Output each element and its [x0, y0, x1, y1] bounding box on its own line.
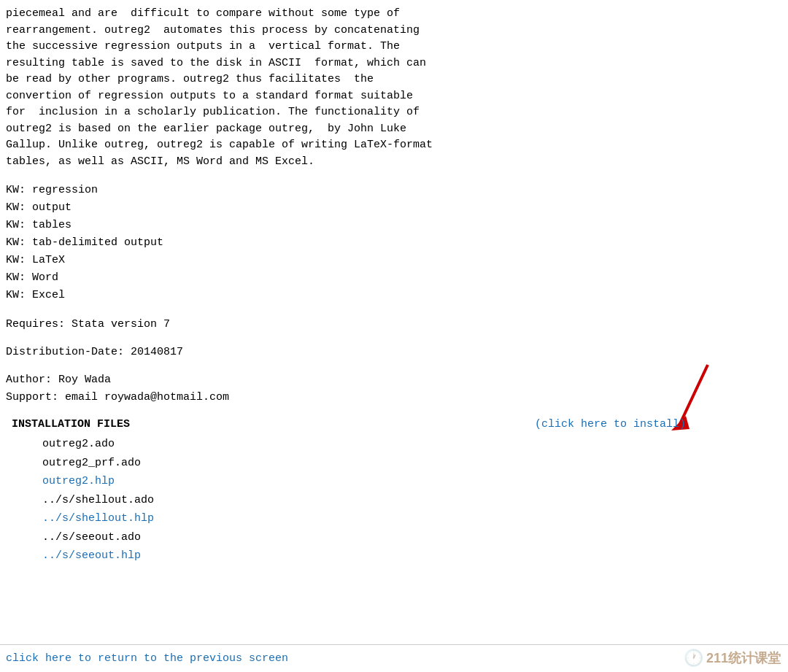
kw-regression: KW: regression: [6, 182, 744, 199]
watermark-text: 211统计课堂: [706, 649, 781, 667]
installation-file-item: outreg2_prf.ado: [42, 454, 744, 473]
kw-excel: KW: Excel: [6, 287, 744, 304]
installation-section: INSTALLATION FILES (click here to instal…: [6, 417, 744, 565]
installation-file-item: ../s/shellout.ado: [42, 491, 744, 510]
installation-file-link[interactable]: ../s/seeout.hlp: [42, 549, 141, 562]
installation-file-plain: ../s/seeout.ado: [42, 531, 141, 544]
page-wrapper: piecemeal and are difficult to compare w…: [0, 0, 788, 672]
installation-header-row: INSTALLATION FILES (click here to instal…: [6, 417, 744, 432]
installation-file-plain: outreg2.ado: [42, 438, 115, 450]
kw-output: KW: output: [6, 199, 744, 217]
author-text: Author: Roy Wada: [6, 371, 744, 389]
watermark: 🕐 211统计课堂: [684, 649, 781, 668]
watermark-icon: 🕐: [684, 649, 703, 668]
kw-tab-delimited: KW: tab-delimited output: [6, 234, 744, 252]
installation-files-list: outreg2.adooutreg2_prf.adooutreg2.hlp../…: [6, 435, 744, 565]
installation-file-item[interactable]: ../s/seeout.hlp: [42, 547, 744, 565]
installation-file-item: ../s/seeout.ado: [42, 528, 744, 547]
kw-tables: KW: tables: [6, 217, 744, 234]
installation-file-item[interactable]: outreg2.hlp: [42, 472, 744, 491]
installation-file-link[interactable]: outreg2.hlp: [42, 475, 115, 487]
author-section: Author: Roy Wada Support: email roywada@…: [6, 371, 744, 406]
support-text: Support: email roywada@hotmail.com: [6, 389, 744, 406]
description-text: piecemeal and are difficult to compare w…: [6, 6, 744, 170]
installation-file-plain: ../s/shellout.ado: [42, 494, 154, 506]
return-link[interactable]: click here to return to the previous scr…: [6, 652, 288, 665]
keywords-section: KW: regression KW: output KW: tables KW:…: [6, 182, 744, 304]
click-install-link[interactable]: (click here to install): [535, 418, 744, 430]
distribution-section: Distribution-Date: 20140817: [6, 344, 744, 361]
bottom-bar: click here to return to the previous scr…: [0, 644, 788, 672]
installation-title: INSTALLATION FILES: [6, 418, 130, 430]
installation-file-link[interactable]: ../s/shellout.hlp: [42, 512, 154, 525]
installation-file-plain: outreg2_prf.ado: [42, 457, 141, 469]
kw-word: KW: Word: [6, 269, 744, 287]
kw-latex: KW: LaTeX: [6, 252, 744, 269]
requires-section: Requires: Stata version 7: [6, 316, 744, 333]
requires-text: Requires: Stata version 7: [6, 316, 744, 333]
installation-file-item: outreg2.ado: [42, 435, 744, 454]
installation-file-item[interactable]: ../s/shellout.hlp: [42, 509, 744, 528]
main-content: piecemeal and are difficult to compare w…: [0, 0, 788, 644]
distribution-date-text: Distribution-Date: 20140817: [6, 344, 744, 361]
